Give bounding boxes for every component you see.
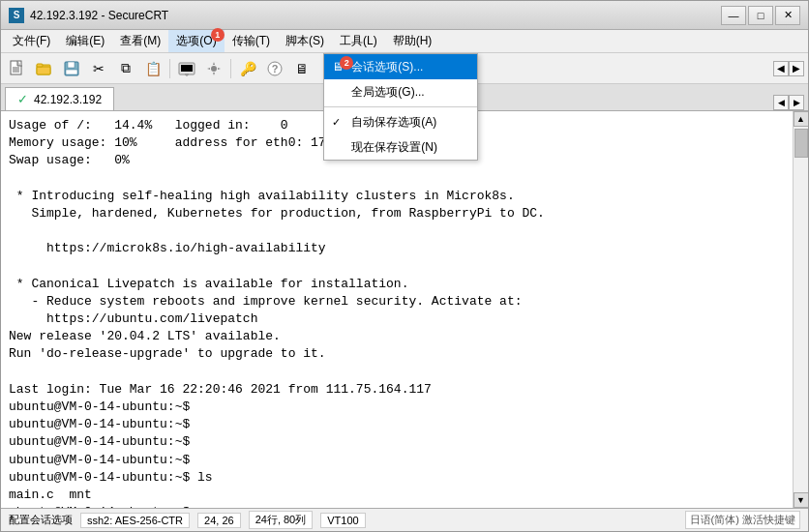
terminal-output[interactable]: Usage of /: 14.4% logged in: 0 Memory us… xyxy=(1,111,793,508)
menu-transfer-label: 传输(T) xyxy=(232,33,270,49)
dropdown-auto-save[interactable]: ✓ 自动保存选项(A) xyxy=(324,109,477,134)
toolbar-paste[interactable]: 📋 xyxy=(140,56,165,81)
menu-edit[interactable]: 编辑(E) xyxy=(58,30,112,52)
svg-text:?: ? xyxy=(272,63,279,74)
status-protocol: ssh2: AES-256-CTR xyxy=(80,513,190,528)
toolbar-save[interactable] xyxy=(59,56,84,81)
main-window: S 42.192.3.192 - SecureCRT — □ ✕ 文件(F) 编… xyxy=(0,0,809,532)
vertical-scrollbar: ▲ ▼ xyxy=(793,111,808,508)
menu-options-badge: 1 xyxy=(211,28,225,42)
menu-bar: 文件(F) 编辑(E) 查看(M) 选项(O) 1 🖥 2 会话选项(S)...… xyxy=(1,30,808,53)
svg-rect-9 xyxy=(66,70,77,74)
window-controls: — □ ✕ xyxy=(721,6,800,25)
maximize-button[interactable]: □ xyxy=(748,6,773,25)
tab-nav-right[interactable]: ▶ xyxy=(789,95,804,110)
tab-nav-left[interactable]: ◀ xyxy=(773,95,789,110)
toolbar-settings[interactable] xyxy=(201,56,226,81)
toolbar-new[interactable] xyxy=(5,56,30,81)
status-right: 日语(简体) 激活快捷键 xyxy=(685,511,800,529)
dropdown-save-now[interactable]: 现在保存设置(N) xyxy=(324,134,477,160)
toolbar-connect[interactable] xyxy=(174,56,199,81)
status-right-text: 日语(简体) 激活快捷键 xyxy=(685,511,800,529)
toolbar-key[interactable]: 🔑 xyxy=(235,56,260,81)
dropdown-separator xyxy=(324,106,477,107)
menu-file-label: 文件(F) xyxy=(13,33,50,49)
terminal-container: Usage of /: 14.4% logged in: 0 Memory us… xyxy=(1,111,808,508)
svg-point-14 xyxy=(211,66,217,72)
title-bar: S 42.192.3.192 - SecureCRT — □ ✕ xyxy=(1,1,808,30)
scroll-down-button[interactable]: ▼ xyxy=(794,492,809,508)
menu-tools[interactable]: 工具(L) xyxy=(332,30,385,52)
close-button[interactable]: ✕ xyxy=(775,6,800,25)
toolbar-sep1 xyxy=(169,59,170,78)
toolbar-scroll-right[interactable]: ▶ xyxy=(789,61,804,76)
menu-view-label: 查看(M) xyxy=(120,33,161,49)
menu-options[interactable]: 选项(O) 1 🖥 2 会话选项(S)... 全局选项(G)... ✓ 自动保存… xyxy=(168,30,224,52)
auto-save-label: 自动保存选项(A) xyxy=(351,114,436,131)
toolbar-copy[interactable]: ⧉ xyxy=(113,56,138,81)
menu-script[interactable]: 脚本(S) xyxy=(278,30,332,52)
toolbar-help[interactable]: ? xyxy=(262,56,287,81)
menu-tools-label: 工具(L) xyxy=(340,33,377,49)
title-bar-left: S 42.192.3.192 - SecureCRT xyxy=(9,8,168,23)
menu-help[interactable]: 帮助(H) xyxy=(385,30,440,52)
menu-transfer[interactable]: 传输(T) xyxy=(225,30,278,52)
toolbar-screen[interactable]: 🖥 xyxy=(289,56,315,81)
menu-view[interactable]: 查看(M) xyxy=(112,30,168,52)
svg-rect-6 xyxy=(37,64,43,67)
minimize-button[interactable]: — xyxy=(721,6,746,25)
scroll-up-button[interactable]: ▲ xyxy=(794,111,809,127)
status-position: 24, 26 xyxy=(197,513,241,528)
dropdown-global-options[interactable]: 全局选项(G)... xyxy=(324,79,477,104)
session-options-label: 会话选项(S)... xyxy=(351,59,423,75)
dropdown-session-options[interactable]: 🖥 2 会话选项(S)... xyxy=(324,54,477,79)
tab-nav: ◀ ▶ xyxy=(773,95,804,110)
scroll-thumb[interactable] xyxy=(794,129,808,158)
status-terminal-type: VT100 xyxy=(320,513,365,528)
auto-save-check: ✓ xyxy=(332,116,341,129)
svg-rect-11 xyxy=(181,65,193,72)
tab-label: 42.192.3.192 xyxy=(34,93,102,106)
save-now-label: 现在保存设置(N) xyxy=(351,139,437,156)
menu-script-label: 脚本(S) xyxy=(285,33,324,49)
toolbar-right: ◀ ▶ xyxy=(773,61,804,76)
toolbar-cut[interactable]: ✂ xyxy=(86,56,111,81)
svg-rect-8 xyxy=(68,62,75,68)
menu-help-label: 帮助(H) xyxy=(393,33,433,49)
toolbar-scroll-left[interactable]: ◀ xyxy=(773,61,789,76)
status-bar: 配置会话选项 ssh2: AES-256-CTR 24, 26 24行, 80列… xyxy=(1,508,808,531)
toolbar-open[interactable] xyxy=(32,56,57,81)
status-lines: 24行, 80列 xyxy=(249,511,314,529)
toolbar-sep2 xyxy=(230,59,231,78)
status-left-text: 配置会话选项 xyxy=(9,513,73,527)
app-icon: S xyxy=(9,8,24,23)
menu-edit-label: 编辑(E) xyxy=(66,33,105,49)
global-options-label: 全局选项(G)... xyxy=(351,84,424,101)
tab-session[interactable]: ✓ 42.192.3.192 xyxy=(5,87,114,110)
svg-rect-5 xyxy=(37,67,50,74)
tab-check-icon: ✓ xyxy=(17,92,28,106)
window-title: 42.192.3.192 - SecureCRT xyxy=(30,9,168,22)
menu-file[interactable]: 文件(F) xyxy=(5,30,58,52)
options-dropdown: 🖥 2 会话选项(S)... 全局选项(G)... ✓ 自动保存选项(A) 现在… xyxy=(323,53,478,161)
